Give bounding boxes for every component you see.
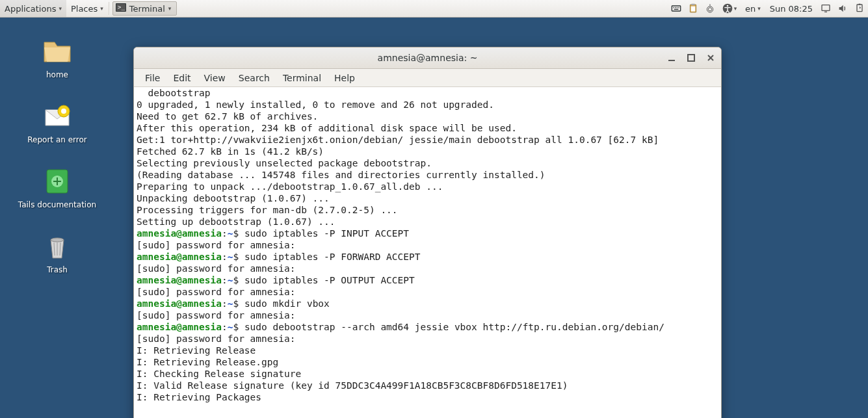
terminal-line: Setting up debootstrap (1.0.67) ... [137, 216, 718, 228]
chevron-down-icon: ▾ [757, 5, 761, 12]
svg-rect-8 [674, 9, 679, 10]
window-title: amnesia@amnesia: ~ [378, 53, 478, 63]
chevron-down-icon: ▾ [734, 5, 737, 12]
svg-rect-6 [677, 7, 677, 8]
terminal-line: [sudo] password for amnesia: [137, 309, 718, 321]
desktop-icon-label: home [44, 70, 71, 80]
menu-help[interactable]: Help [328, 71, 361, 85]
chevron-down-icon: ▾ [59, 5, 62, 12]
svg-rect-3 [672, 6, 680, 11]
terminal-line: I: Retrieving Release.gpg [137, 356, 718, 368]
terminal-line: amnesia@amnesia:~$ sudo mkdir vbox [137, 298, 718, 309]
terminal-line: (Reading database ... 145748 files and d… [137, 169, 718, 181]
accessibility-menu[interactable]: ▾ [718, 0, 741, 17]
clipboard-icon[interactable] [685, 0, 702, 17]
taskbar-terminal[interactable]: >_ Terminal ▾ [112, 1, 177, 16]
minimize-button[interactable] [665, 51, 678, 64]
terminal-line: Selecting previously unselected package … [137, 157, 718, 169]
menu-file[interactable]: File [139, 71, 166, 85]
terminal-line: Fetched 62.7 kB in 1s (41.2 kB/s) [137, 146, 718, 157]
terminal-line: Preparing to unpack .../debootstrap_1.0.… [137, 181, 718, 192]
svg-text:>_: >_ [118, 4, 125, 10]
terminal-line: After this operation, 234 kB of addition… [137, 122, 718, 134]
window-titlebar[interactable]: amnesia@amnesia: ~ [134, 47, 721, 69]
report-error-icon [42, 101, 73, 132]
svg-rect-19 [859, 4, 861, 5]
panel-separator [109, 2, 110, 15]
applications-label: Applications [5, 4, 56, 14]
desktop-icon-label: Report an error [25, 135, 89, 145]
places-menu[interactable]: Places ▾ [66, 0, 108, 17]
onion-icon[interactable] [702, 0, 718, 17]
terminal-line: I: Retrieving Packages [137, 391, 718, 403]
svg-rect-17 [824, 12, 827, 12]
power-icon[interactable] [851, 0, 868, 17]
svg-point-21 [61, 109, 66, 114]
svg-rect-26 [688, 55, 694, 61]
terminal-line: amnesia@amnesia:~$ sudo iptables -P OUTP… [137, 274, 718, 286]
chevron-down-icon: ▾ [168, 5, 172, 12]
svg-rect-7 [678, 7, 679, 8]
applications-menu[interactable]: Applications ▾ [0, 0, 66, 17]
close-button[interactable] [704, 51, 717, 64]
terminal-line: debootstrap [137, 87, 718, 99]
desktop-icon-report[interactable]: Report an error [8, 101, 106, 145]
display-icon[interactable] [817, 0, 834, 17]
terminal-line: I: Valid Release signature (key id 75DDC… [137, 380, 718, 391]
svg-rect-4 [673, 7, 674, 8]
terminal-line: Get:1 tor+http://vwakviie2ienjx6t.onion/… [137, 134, 718, 146]
desktop[interactable]: home Report an error Tails documentation… [0, 18, 868, 418]
terminal-line: Need to get 62.7 kB of archives. [137, 111, 718, 122]
svg-rect-5 [675, 7, 676, 8]
terminal-menubar: File Edit View Search Terminal Help [134, 69, 721, 87]
svg-rect-11 [691, 7, 696, 12]
svg-rect-10 [691, 4, 694, 6]
panel-right: ▾ en ▾ Sun 08:25 [668, 0, 868, 17]
svg-rect-16 [822, 5, 830, 11]
places-label: Places [71, 4, 98, 14]
desktop-icon-docs[interactable]: Tails documentation [8, 166, 106, 210]
svg-point-13 [708, 8, 711, 11]
menu-view[interactable]: View [198, 71, 231, 85]
panel-left: Applications ▾ Places ▾ >_ Terminal ▾ [0, 0, 177, 17]
window-controls [665, 51, 717, 64]
terminal-line: amnesia@amnesia:~$ sudo iptables -P INPU… [137, 228, 718, 239]
trash-icon [42, 231, 73, 262]
terminal-line: [sudo] password for amnesia: [137, 286, 718, 298]
desktop-icon-label: Trash [44, 265, 70, 275]
menu-edit[interactable]: Edit [167, 71, 196, 85]
desktop-icon-home[interactable]: home [8, 36, 106, 80]
terminal-window: amnesia@amnesia: ~ File Edit View Search… [133, 47, 722, 418]
documentation-icon [42, 166, 73, 197]
language-label: en [745, 4, 756, 14]
terminal-line: I: Checking Release signature [137, 368, 718, 380]
terminal-line: I: Retrieving Release [137, 345, 718, 356]
terminal-line: Unpacking debootstrap (1.0.67) ... [137, 192, 718, 204]
volume-icon[interactable] [834, 0, 851, 17]
chevron-down-icon: ▾ [100, 5, 103, 12]
terminal-line: [sudo] password for amnesia: [137, 263, 718, 274]
folder-home-icon [42, 36, 73, 67]
language-indicator[interactable]: en ▾ [741, 0, 765, 17]
clock[interactable]: Sun 08:25 [765, 0, 817, 17]
maximize-button[interactable] [685, 51, 698, 64]
desktop-icon-label: Tails documentation [16, 200, 99, 210]
svg-rect-25 [668, 60, 675, 61]
menu-search[interactable]: Search [233, 71, 276, 85]
svg-point-24 [51, 238, 64, 242]
svg-point-15 [726, 5, 728, 7]
menu-terminal[interactable]: Terminal [277, 71, 327, 85]
clock-label: Sun 08:25 [770, 4, 813, 14]
terminal-line: [sudo] password for amnesia: [137, 239, 718, 251]
top-panel: Applications ▾ Places ▾ >_ Terminal ▾ ▾ [0, 0, 868, 18]
svg-point-12 [707, 7, 713, 12]
desktop-icon-trash[interactable]: Trash [8, 231, 106, 275]
terminal-icon: >_ [116, 3, 126, 15]
terminal-line: Processing triggers for man-db (2.7.0.2-… [137, 204, 718, 216]
terminal-line: amnesia@amnesia:~$ sudo iptables -P FORW… [137, 251, 718, 263]
terminal-line: amnesia@amnesia:~$ sudo debootstrap --ar… [137, 321, 718, 333]
taskbar-terminal-label: Terminal [129, 4, 165, 14]
terminal-line: [sudo] password for amnesia: [137, 333, 718, 345]
keyboard-icon[interactable] [668, 0, 685, 17]
terminal-output[interactable]: debootstrap0 upgraded, 1 newly installed… [134, 87, 721, 418]
